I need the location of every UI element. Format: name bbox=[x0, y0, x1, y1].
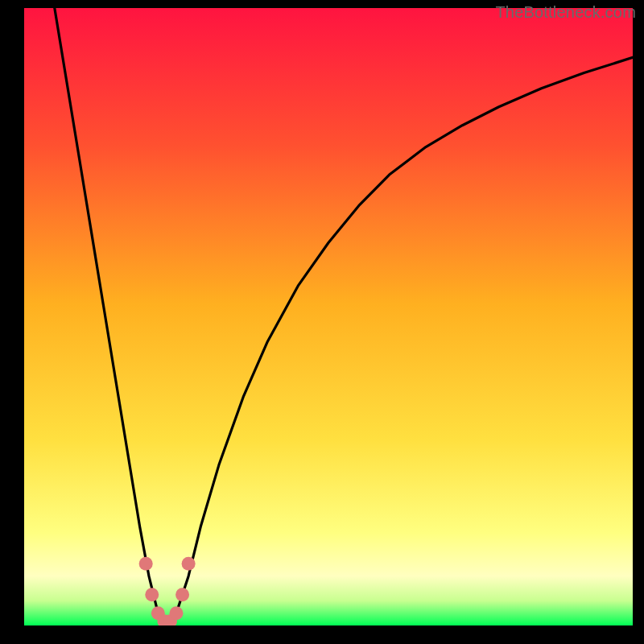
highlight-point bbox=[139, 557, 153, 571]
outer-frame: TheBottleneck.com bbox=[0, 0, 644, 644]
highlight-point bbox=[175, 588, 189, 601]
plot-area bbox=[24, 8, 633, 625]
gradient-background bbox=[24, 8, 633, 625]
highlight-point bbox=[145, 588, 159, 601]
highlight-point bbox=[182, 557, 196, 571]
chart-svg bbox=[24, 8, 633, 625]
highlight-point bbox=[170, 606, 184, 620]
watermark-label: TheBottleneck.com bbox=[495, 3, 636, 22]
